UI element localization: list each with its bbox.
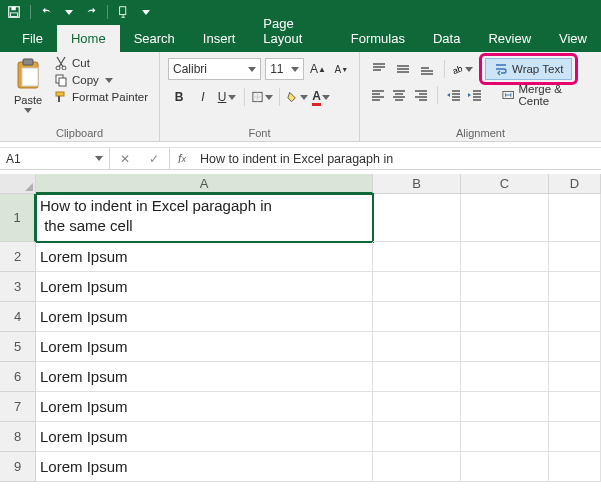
- cell[interactable]: [461, 422, 549, 452]
- cell[interactable]: [373, 272, 461, 302]
- formula-input[interactable]: How to indent in Excel paragaph in: [194, 148, 601, 169]
- cell[interactable]: [373, 242, 461, 272]
- row-header[interactable]: 8: [0, 422, 36, 452]
- font-name-select[interactable]: Calibri: [168, 58, 261, 80]
- tab-view[interactable]: View: [545, 25, 601, 52]
- col-header-b[interactable]: B: [373, 174, 461, 194]
- col-header-a[interactable]: A: [36, 174, 373, 194]
- align-left-icon[interactable]: [368, 85, 388, 105]
- cell[interactable]: [461, 362, 549, 392]
- undo-icon[interactable]: [37, 2, 57, 22]
- undo-dropdown-icon[interactable]: [63, 2, 75, 22]
- touch-mode-icon[interactable]: [114, 2, 134, 22]
- tab-search[interactable]: Search: [120, 25, 189, 52]
- qat-customize-icon[interactable]: [140, 2, 152, 22]
- tab-home[interactable]: Home: [57, 25, 120, 52]
- italic-button[interactable]: I: [192, 86, 214, 108]
- row-header[interactable]: 3: [0, 272, 36, 302]
- tab-insert[interactable]: Insert: [189, 25, 250, 52]
- cell[interactable]: How to indent in Excel paragaph in the s…: [36, 194, 373, 242]
- cell[interactable]: [373, 362, 461, 392]
- increase-indent-icon[interactable]: [465, 85, 485, 105]
- row-header[interactable]: 2: [0, 242, 36, 272]
- cell[interactable]: Lorem Ipsum: [36, 332, 373, 362]
- cell[interactable]: [461, 452, 549, 482]
- border-button[interactable]: [251, 86, 273, 108]
- font-size-select[interactable]: 11: [265, 58, 304, 80]
- cell[interactable]: [373, 302, 461, 332]
- cell[interactable]: [549, 452, 601, 482]
- tab-review[interactable]: Review: [474, 25, 545, 52]
- cell[interactable]: [549, 302, 601, 332]
- merge-center-button[interactable]: Merge & Cente: [496, 84, 593, 106]
- cell[interactable]: [461, 194, 549, 242]
- cut-button[interactable]: Cut: [54, 56, 148, 70]
- tab-formulas[interactable]: Formulas: [337, 25, 419, 52]
- ribbon: Paste Cut Copy Format Painter Cli: [0, 52, 601, 142]
- cell[interactable]: [461, 392, 549, 422]
- cell[interactable]: Lorem Ipsum: [36, 362, 373, 392]
- cell[interactable]: [549, 242, 601, 272]
- row-header[interactable]: 7: [0, 392, 36, 422]
- cell[interactable]: [549, 194, 601, 242]
- cell[interactable]: [373, 422, 461, 452]
- enter-formula-icon[interactable]: ✓: [149, 152, 159, 166]
- bold-button[interactable]: B: [168, 86, 190, 108]
- cell[interactable]: Lorem Ipsum: [36, 422, 373, 452]
- cell[interactable]: Lorem Ipsum: [36, 392, 373, 422]
- cell[interactable]: [461, 272, 549, 302]
- align-center-icon[interactable]: [390, 85, 410, 105]
- cell[interactable]: Lorem Ipsum: [36, 452, 373, 482]
- save-icon[interactable]: [4, 2, 24, 22]
- cell[interactable]: [461, 332, 549, 362]
- cell[interactable]: [549, 362, 601, 392]
- row-header[interactable]: 1: [0, 194, 36, 242]
- cell[interactable]: [549, 272, 601, 302]
- row-header[interactable]: 6: [0, 362, 36, 392]
- tab-page-layout[interactable]: Page Layout: [249, 10, 336, 52]
- fill-color-button[interactable]: [286, 86, 308, 108]
- increase-font-icon[interactable]: A▲: [308, 59, 327, 79]
- cell[interactable]: [373, 194, 461, 242]
- row-header[interactable]: 5: [0, 332, 36, 362]
- tab-data[interactable]: Data: [419, 25, 474, 52]
- select-all-corner[interactable]: [0, 174, 36, 194]
- align-top-icon[interactable]: [368, 59, 390, 79]
- cell[interactable]: [373, 332, 461, 362]
- copy-button[interactable]: Copy: [54, 73, 148, 87]
- decrease-indent-icon[interactable]: [444, 85, 464, 105]
- cell[interactable]: Lorem Ipsum: [36, 272, 373, 302]
- row-header[interactable]: 9: [0, 452, 36, 482]
- cell[interactable]: Lorem Ipsum: [36, 242, 373, 272]
- cell[interactable]: [461, 242, 549, 272]
- cell[interactable]: [373, 452, 461, 482]
- row-header[interactable]: 4: [0, 302, 36, 332]
- svg-point-8: [62, 66, 66, 70]
- cell[interactable]: Lorem Ipsum: [36, 302, 373, 332]
- col-header-c[interactable]: C: [461, 174, 549, 194]
- paste-button[interactable]: Paste: [8, 56, 48, 113]
- copy-label: Copy: [72, 74, 99, 86]
- underline-button[interactable]: U: [216, 86, 238, 108]
- align-bottom-icon[interactable]: [416, 59, 438, 79]
- cell[interactable]: [549, 392, 601, 422]
- align-right-icon[interactable]: [411, 85, 431, 105]
- name-box[interactable]: A1: [0, 148, 110, 169]
- format-painter-button[interactable]: Format Painter: [54, 90, 148, 104]
- orientation-icon[interactable]: ab: [451, 59, 473, 79]
- svg-rect-6: [22, 68, 38, 86]
- formula-bar: A1 ✕ ✓ fx How to indent in Excel paragap…: [0, 148, 601, 170]
- cell[interactable]: [373, 392, 461, 422]
- redo-icon[interactable]: [81, 2, 101, 22]
- tab-file[interactable]: File: [8, 25, 57, 52]
- col-header-d[interactable]: D: [549, 174, 601, 194]
- decrease-font-icon[interactable]: A▼: [332, 59, 351, 79]
- fx-icon[interactable]: fx: [170, 148, 194, 169]
- table-row: 5Lorem Ipsum: [0, 332, 601, 362]
- cancel-formula-icon[interactable]: ✕: [120, 152, 130, 166]
- font-color-button[interactable]: A: [310, 86, 332, 108]
- align-middle-icon[interactable]: [392, 59, 414, 79]
- cell[interactable]: [549, 422, 601, 452]
- cell[interactable]: [549, 332, 601, 362]
- cell[interactable]: [461, 302, 549, 332]
